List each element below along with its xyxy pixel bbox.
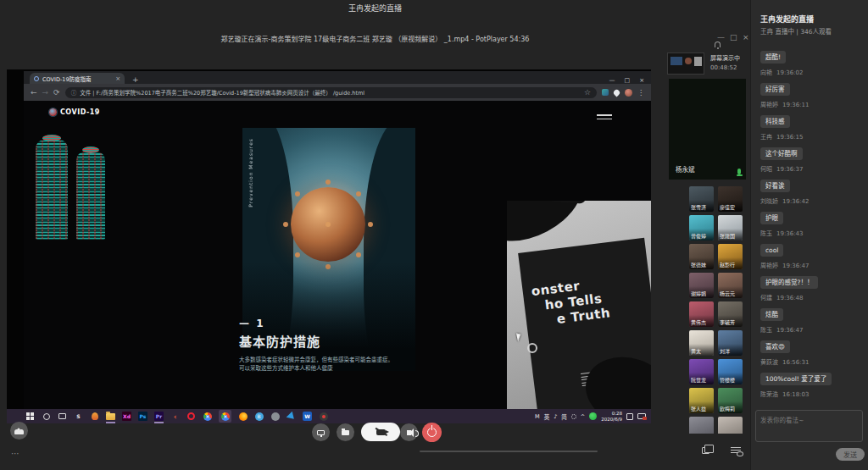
file-explorer-icon[interactable] — [106, 412, 115, 421]
ime-language-indicator[interactable]: 英 — [544, 412, 550, 421]
participant-tile[interactable]: 李毓芳 — [718, 301, 743, 327]
screen-share-button[interactable] — [312, 423, 330, 441]
browser-minimize-icon[interactable]: — — [609, 77, 615, 84]
present-close-icon[interactable]: × — [743, 33, 749, 41]
chat-bubble: 100%cool! 爱了爱了 — [760, 373, 832, 385]
browser-tab[interactable]: COVID-19防疫指南 × — [30, 73, 125, 84]
chat-message-list[interactable]: 超酷! 向艳19:36:02 好厉害 周艳婷19:36:11 科技感 王冉19:… — [760, 47, 864, 404]
participant-tile[interactable]: 赵影行 — [718, 244, 743, 269]
participant-name: 张德妹 — [689, 257, 714, 269]
cursor-ring-icon — [527, 343, 537, 353]
people-icon — [14, 427, 25, 434]
adobe-photoshop-icon[interactable]: Ps — [138, 412, 147, 421]
site-logo-text: COVID-19 — [60, 108, 100, 116]
shared-files-button[interactable] — [337, 423, 354, 441]
media-player-arrow-icon[interactable]: ‹ — [170, 412, 180, 421]
ime-badge-icon[interactable]: M — [535, 413, 540, 420]
back-icon[interactable]: ← — [31, 88, 37, 97]
ime-settings-gear-icon[interactable] — [571, 414, 576, 419]
stream-progress-bar[interactable] — [420, 451, 598, 452]
gallery-view-button[interactable] — [694, 443, 716, 458]
send-button[interactable]: 发送 — [836, 448, 865, 461]
participants-button[interactable] — [10, 422, 28, 440]
participant-tile[interactable]: 刘洋 — [718, 330, 743, 356]
participant-tile[interactable]: 阮世龙 — [689, 359, 714, 384]
browser-menu-kebab-icon[interactable]: ⋮ — [637, 89, 644, 97]
participant-name: 张雪济 — [689, 200, 714, 212]
chat-input[interactable] — [755, 410, 863, 442]
bilibili-icon[interactable]: B — [254, 412, 264, 421]
task-view-icon[interactable] — [58, 412, 67, 421]
reload-icon[interactable]: ⟳ — [53, 88, 60, 97]
participant-tile[interactable]: 张建国 — [718, 215, 743, 241]
tab-close-icon[interactable]: × — [115, 75, 120, 82]
browser-360-icon[interactable] — [203, 412, 212, 421]
word-icon[interactable]: W — [303, 412, 312, 421]
voice-app-icon[interactable] — [270, 412, 280, 421]
taskbar-clock[interactable]: 0:28 2020/6/9 — [601, 411, 622, 422]
main-video-tile[interactable]: 杨永斌 — [669, 79, 746, 180]
participant-tile[interactable]: 张德妹 — [689, 244, 714, 269]
bookmark-star-icon[interactable]: ☆ — [584, 88, 591, 97]
ime-mode-indicator[interactable]: 简 — [561, 412, 567, 421]
browser-maximize-icon[interactable]: □ — [625, 77, 631, 84]
present-restore-icon[interactable]: □ — [730, 33, 737, 41]
participant-tile[interactable]: 廖佳宏 — [718, 186, 743, 212]
action-center-icon[interactable] — [626, 413, 633, 420]
participant-tile[interactable]: 欧梅莉 — [718, 388, 743, 413]
hide-participant-list-button[interactable] — [725, 443, 747, 458]
firefox-icon[interactable] — [238, 412, 248, 421]
seewo-app-icon[interactable]: S — [74, 412, 83, 421]
participant-tile[interactable] — [689, 417, 714, 434]
address-bar[interactable]: ⓘ 文件 | F:/商务策划学院%2017电子商务二班%20郑艺璇/Covid-… — [65, 87, 597, 98]
section-body-line1: 大多数感染者症状轻微并会康复，但有些感染者可能会患重症。 — [239, 356, 448, 364]
new-tab-icon[interactable]: + — [132, 75, 139, 84]
browser-tab-bar: COVID-19防疫指南 × + — □ × — [24, 71, 651, 84]
windows-start-icon[interactable] — [25, 412, 35, 421]
camera-off-button[interactable] — [361, 423, 400, 441]
chrome-icon[interactable] — [219, 410, 231, 423]
opera-browser-icon[interactable] — [186, 412, 196, 421]
participant-tile[interactable] — [718, 417, 743, 434]
chat-author: 向艳 — [760, 69, 772, 76]
participant-tile[interactable]: 杨云元 — [718, 273, 743, 298]
vscode-icon[interactable] — [287, 412, 296, 421]
participant-tile[interactable]: 管楼楼 — [718, 359, 743, 384]
share-preview-thumbnail[interactable] — [667, 53, 704, 75]
present-bell-icon[interactable] — [715, 41, 721, 47]
participant-tile[interactable]: 张雪济 — [689, 186, 714, 212]
forward-icon[interactable]: → — [42, 88, 49, 97]
hamburger-menu-icon[interactable] — [597, 114, 612, 122]
cast-display-tray-icon[interactable] — [637, 413, 646, 419]
clock-date: 2020/6/9 — [601, 417, 622, 423]
page-info-icon[interactable]: ⓘ — [71, 88, 77, 97]
pin-extension-icon[interactable] — [613, 88, 621, 97]
chat-author: 陈荣浩 — [760, 391, 778, 398]
chat-bubble: 这个好酷啊 — [760, 147, 803, 160]
more-options-button[interactable]: ⋯ — [11, 450, 19, 458]
sound-note-icon[interactable]: ♪ — [554, 413, 557, 420]
participant-tile[interactable]: 谢婷娟 — [689, 273, 714, 298]
present-minimize-icon[interactable]: — — [717, 33, 725, 41]
chat-bubble: 科技感 — [760, 115, 790, 128]
chat-message: 陈荣浩16:18:03 黑底白字，程序员最爱 — [760, 390, 864, 404]
browser-close-icon[interactable]: × — [639, 77, 644, 84]
speaker-button[interactable] — [400, 423, 418, 441]
participant-tile[interactable]: 曾俊婷 — [689, 215, 714, 241]
tray-caret-icon[interactable]: ^ — [581, 413, 585, 420]
extension-icon[interactable] — [602, 89, 609, 96]
app-window-title: 王冉发起的直播 — [0, 3, 750, 14]
participant-name: 廖佳宏 — [718, 200, 743, 212]
wechat-tray-icon[interactable] — [589, 412, 597, 420]
screen-recorder-icon[interactable] — [319, 412, 328, 421]
participant-name: 曾俊婷 — [689, 229, 714, 241]
participant-tile[interactable]: 黄伟杰 — [689, 301, 714, 327]
adobe-xd-icon[interactable]: Xd — [122, 412, 131, 421]
end-stream-button[interactable] — [422, 423, 442, 442]
participant-tile[interactable]: 张人益 — [689, 388, 714, 413]
flame-app-icon[interactable] — [90, 412, 99, 421]
browser-profile-avatar[interactable] — [625, 89, 632, 97]
search-icon[interactable] — [42, 412, 51, 421]
participant-tile[interactable]: 黄太 — [689, 330, 714, 356]
adobe-premiere-icon[interactable]: Pr — [154, 412, 164, 421]
